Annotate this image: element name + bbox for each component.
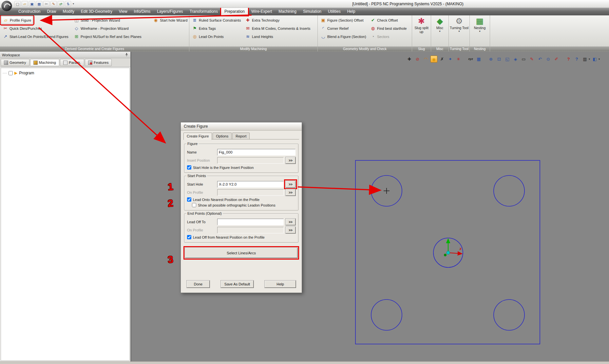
menu-tab-modify[interactable]: Modify — [59, 8, 77, 15]
measure-icon[interactable]: ✐ — [553, 56, 560, 63]
break-point-icon[interactable]: ✗ — [439, 56, 446, 63]
help-icon[interactable]: ? — [565, 56, 572, 63]
zoom-previous-icon[interactable]: ⊙ — [545, 56, 552, 63]
selection-window-icon[interactable]: ▭ — [520, 56, 527, 63]
menu-tab-help[interactable]: Help — [344, 8, 359, 15]
lead-off-nearest-checkbox[interactable] — [187, 235, 191, 239]
menu-tab-wire-expert[interactable]: Wire-Expert — [248, 8, 275, 15]
menu-tab-machining[interactable]: Machining — [275, 8, 300, 15]
done-button[interactable]: Done — [187, 281, 210, 288]
menu-tab-simulation[interactable]: Simulation — [300, 8, 325, 15]
customize-toolbar-caret-icon[interactable]: ▾ — [73, 2, 74, 5]
workspace-tab-machining[interactable]: Machining — [30, 59, 59, 66]
ribbon-item-misc[interactable]: ◆ Misc ▾ — [431, 15, 448, 46]
ribbon-item-ruled-surface-constraints[interactable]: ≣ Ruled Surface Constraints — [190, 16, 242, 24]
grid-snap-icon[interactable]: ▦ — [475, 56, 482, 63]
menu-tab-draw[interactable]: Draw — [44, 8, 59, 15]
display-columns-icon[interactable]: ▥ ▾ — [581, 56, 590, 63]
ribbon-item-profile-figure[interactable]: ▱ Profile Figure — [1, 16, 33, 24]
dialog-titlebar[interactable]: Create Figure — [181, 122, 302, 131]
app-logo-icon[interactable] — [1, 1, 12, 11]
edit-icon[interactable]: ✎ — [50, 1, 57, 7]
import-export-icon[interactable]: ⇄ — [58, 1, 64, 7]
graphics-canvas[interactable]: x ✚ ⊘ ◠ ◉ ✗ ✦ ✳ xyz ▦ ⊕ ⊡ ◱ ◈ ▭ ✎ ↶ ⊙ ✐ — [131, 52, 609, 361]
ribbon-item-check-offset[interactable]: ✔ Check Offset — [369, 16, 399, 24]
ribbon-item-slug-split-up[interactable]: ✱ Slug split up — [412, 15, 431, 46]
workspace-tab-features[interactable]: Features — [85, 59, 112, 66]
show-orthographic-row[interactable]: Show all possible orthographic Leadon Po… — [192, 203, 295, 207]
undo-view-icon[interactable]: ↶ — [537, 56, 543, 63]
new-file-icon[interactable]: ▢ — [14, 1, 21, 7]
ribbon-item-start-hole-wizard[interactable]: ◉ Start hole Wizard — [151, 16, 189, 24]
lead-off-nearest-row[interactable]: Lead Off from Nearest Position on the Pr… — [187, 235, 295, 239]
tab-options[interactable]: Options — [213, 133, 232, 139]
lead-off-to-input[interactable] — [217, 219, 284, 225]
menu-tab-transformations[interactable]: Transformations — [186, 8, 221, 15]
ribbon-item-corner-relief[interactable]: ◜ Corner Relief — [319, 24, 350, 32]
start-hole-input[interactable] — [217, 181, 284, 188]
save-icon[interactable]: ▣ — [29, 1, 35, 7]
start-hole-insert-position-checkbox[interactable] — [187, 165, 191, 170]
menu-tab-utilities[interactable]: Utilities — [325, 8, 344, 15]
start-hole-pick-button[interactable]: >> — [286, 181, 295, 188]
start-hole-insert-position-row[interactable]: Start Hole is the Figure Insert Position — [187, 165, 295, 170]
ribbon-item-extra-technology[interactable]: ✚ Extra Technology — [243, 16, 281, 24]
zoom-in-icon[interactable]: ⊕ — [487, 56, 494, 63]
pin-icon[interactable] — [125, 53, 128, 57]
lead-off-pick-button[interactable]: >> — [286, 219, 295, 225]
ribbon-item-blend-figure-section[interactable]: ◡ Blend a Figure (Section) — [319, 32, 368, 41]
ribbon-item-start-lead-on-points[interactable]: ↗ Start-Lead On Points/Extend Figures — [1, 32, 70, 41]
ribbon-item-quick-dies-punches[interactable]: ✂ Quick Dies/Punches — [1, 24, 44, 32]
context-help-icon[interactable]: ? — [573, 56, 580, 63]
ribbon-item-lead-on-points[interactable]: ◎ Lead On Points — [190, 32, 225, 41]
save-all-icon[interactable]: ▦ — [36, 1, 42, 7]
menu-tab-edit-3d-geometry[interactable]: Edit 3D-Geometry — [78, 8, 116, 15]
help-button[interactable]: Help — [265, 281, 296, 288]
move-point-icon[interactable]: ✦ — [447, 56, 454, 63]
sync-icon[interactable]: ⇅ — [65, 1, 71, 7]
ribbon-item-project-nusurf[interactable]: ⊞ Project NUSurf to Ref and Sec Planes — [72, 32, 143, 41]
zoom-selected-icon[interactable]: ◈ — [512, 56, 519, 63]
on-profile-pick-button[interactable]: >> — [286, 189, 295, 196]
zoom-window-icon[interactable]: ⊡ — [496, 56, 503, 63]
menu-tab-view[interactable]: View — [116, 8, 131, 15]
workspace-tab-geometry[interactable]: Geometry — [1, 59, 29, 66]
sketch-mode-icon[interactable]: ✎ — [528, 56, 535, 63]
ribbon-item-wireframe-projection-wizard[interactable]: ◇ Wireframe - Projection Wizard — [72, 24, 130, 32]
point-tool-icon[interactable]: ✚ — [406, 56, 413, 63]
select-lines-arcs-button[interactable]: Select Lines/Arcs — [185, 248, 297, 258]
view-orientation-icon[interactable]: ◧ ▾ — [591, 56, 600, 63]
figure-name-input[interactable] — [217, 149, 295, 155]
ribbon-item-figure-section-offset[interactable]: ▣ Figure (Section) Offset — [319, 16, 365, 24]
menu-tab-construction[interactable]: Construction — [15, 8, 44, 15]
menu-tab-info-dims[interactable]: Info/Dims — [131, 8, 154, 15]
tab-report[interactable]: Report — [232, 133, 250, 139]
delete-point-icon[interactable]: ⊘ — [414, 56, 421, 63]
open-folder-icon[interactable]: ▱ — [22, 1, 28, 7]
program-checkbox[interactable] — [9, 71, 13, 75]
workspace-tab-param[interactable]: Param. — [60, 59, 84, 66]
ribbon-item-turning-tool[interactable]: ⚙ Turning Tool ▾ — [449, 15, 469, 46]
lead-onto-nearest-row[interactable]: Lead Onto Nearest Position on the Profil… — [187, 197, 295, 202]
tree-item-program[interactable]: ▶ Program — [3, 71, 128, 75]
ribbon-item-extra-tags[interactable]: ⚑ Extra Tags — [190, 24, 218, 32]
menu-tab-preparation[interactable]: Preparation — [221, 8, 248, 15]
burst-point-icon[interactable]: ✳ — [455, 56, 462, 63]
ribbon-item-land-heights[interactable]: ≋ Land Heights — [243, 32, 275, 41]
insert-position-browse-button[interactable]: >> — [286, 157, 295, 164]
show-orthographic-checkbox[interactable] — [192, 203, 196, 207]
snap-point-icon[interactable]: ◉ — [430, 56, 437, 63]
save-as-default-button[interactable]: Save As Default — [221, 281, 254, 288]
ribbon-item-nesting[interactable]: ▦ Nesting ▾ — [470, 15, 490, 46]
zoom-extents-icon[interactable]: ◱ — [504, 56, 511, 63]
menu-tab-layers-figures[interactable]: Layers/Figures — [154, 8, 186, 15]
lead-onto-nearest-checkbox[interactable] — [187, 197, 191, 202]
tab-create-figure[interactable]: Create Figure — [183, 133, 212, 140]
ribbon-item-find-best-starthole[interactable]: ◍ Find best starthole — [369, 24, 409, 32]
cut-icon[interactable]: ✂ — [43, 1, 49, 7]
ribbon-item-extra-m-codes[interactable]: ✉ Extra M Codes, Comments & Inserts — [243, 24, 312, 32]
end-on-profile-pick-button[interactable]: >> — [286, 227, 295, 233]
arc-point-icon[interactable]: ◠ — [422, 56, 429, 63]
xyz-coordinates-icon[interactable]: xyz — [467, 56, 474, 63]
ribbon-item-solid-projection-wizard[interactable]: ◫ Solid - Projection Wizard — [72, 16, 122, 24]
